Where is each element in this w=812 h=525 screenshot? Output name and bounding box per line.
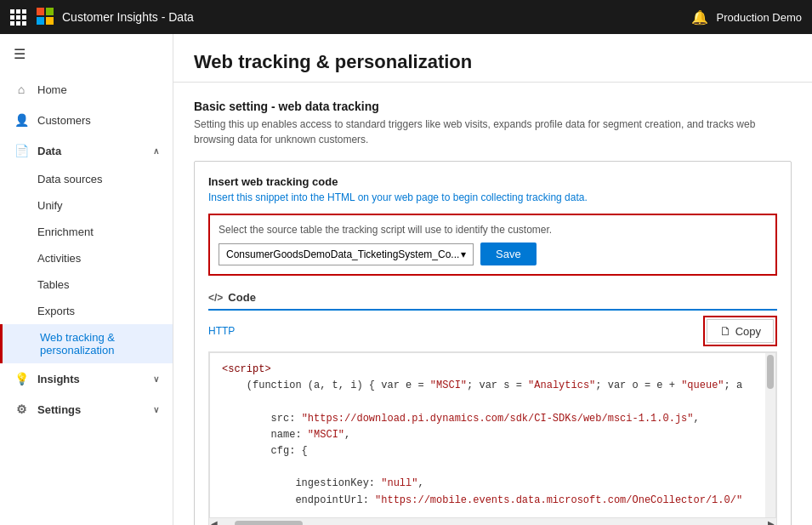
sidebar-item-activities[interactable]: Activities — [0, 245, 173, 271]
settings-icon: ⚙ — [14, 402, 29, 416]
source-table-dropdown[interactable]: ConsumerGoodsDemoData_TicketingSystem_Co… — [219, 243, 474, 265]
code-line: (function (a, t, i) { var e = "MSCI"; va… — [222, 378, 764, 394]
code-line: name: "MSCI", — [222, 427, 764, 443]
data-chevron-icon: ∧ — [153, 146, 159, 156]
code-tab-row: </> Code — [208, 286, 777, 311]
insights-icon: 💡 — [14, 372, 29, 385]
sidebar-group-settings[interactable]: ⚙ Settings ∨ — [0, 394, 173, 425]
topbar-right: 🔔 Production Demo — [691, 9, 802, 26]
svg-rect-1 — [46, 8, 54, 15]
code-line: src: "https://download.pi.dynamics.com/s… — [222, 411, 764, 427]
insights-chevron-icon: ∨ — [153, 374, 159, 384]
copy-label: Copy — [735, 325, 761, 338]
microsoft-logo — [37, 8, 54, 27]
main-content: Web tracking & personalization Basic set… — [173, 34, 812, 525]
code-section: </> Code HTTP 🗋 Copy — [208, 286, 777, 525]
sidebar-item-enrichment[interactable]: Enrichment — [0, 219, 173, 245]
select-save-row: ConsumerGoodsDemoData_TicketingSystem_Co… — [219, 243, 767, 265]
sidebar-group-data-label: Data — [37, 145, 61, 157]
sidebar-nav: ⌂ Home 👤 Customers 📄 Data ∧ Data sources… — [0, 74, 173, 525]
tracking-box: Insert web tracking code Insert this sni… — [194, 161, 792, 525]
sidebar-group-data[interactable]: 📄 Data ∧ — [0, 135, 173, 166]
app-title: Customer Insights - Data — [62, 10, 194, 24]
sidebar: ☰ ⌂ Home 👤 Customers 📄 Data ∧ Data sourc… — [0, 34, 173, 525]
scroll-left-arrow[interactable]: ◀ — [211, 519, 218, 525]
svg-rect-0 — [37, 8, 44, 15]
tracking-box-title: Insert web tracking code — [208, 175, 777, 188]
dropdown-value: ConsumerGoodsDemoData_TicketingSystem_Co… — [226, 248, 459, 260]
vertical-scrollbar-thumb — [767, 355, 774, 389]
code-line: ingestionKey: "null", — [222, 476, 764, 492]
user-label[interactable]: Production Demo — [717, 11, 802, 24]
vertical-scrollbar[interactable] — [765, 353, 775, 517]
waffle-icon[interactable] — [10, 9, 26, 26]
copy-button[interactable]: 🗋 Copy — [707, 319, 774, 343]
copy-icon: 🗋 — [719, 324, 731, 338]
enrichment-label: Enrichment — [37, 225, 94, 238]
http-label: HTTP — [208, 325, 235, 337]
code-toolbar: HTTP 🗋 Copy — [208, 311, 777, 352]
code-line — [222, 394, 764, 410]
web-tracking-label: Web tracking & personalization — [40, 331, 159, 357]
sidebar-item-customers-label: Customers — [37, 114, 91, 127]
sidebar-group-insights-label: Insights — [37, 373, 80, 385]
code-display: <script> (function (a, t, i) { var e = "… — [209, 353, 776, 518]
tracking-box-desc: Insert this snippet into the HTML on you… — [208, 191, 777, 203]
code-tab[interactable]: </> Code — [208, 286, 256, 309]
copy-button-wrapper: 🗋 Copy — [703, 316, 777, 346]
activities-label: Activities — [37, 252, 81, 265]
code-bracket-icon: </> — [208, 292, 223, 304]
customers-icon: 👤 — [14, 113, 29, 127]
svg-rect-3 — [46, 17, 54, 25]
bell-icon[interactable]: 🔔 — [691, 9, 708, 26]
page-header: Web tracking & personalization — [173, 34, 812, 83]
code-line: <script> — [222, 362, 764, 378]
code-line: cfg: { — [222, 443, 764, 459]
save-button[interactable]: Save — [480, 243, 537, 265]
exports-label: Exports — [37, 305, 75, 317]
sidebar-item-web-tracking[interactable]: Web tracking & personalization — [0, 324, 173, 363]
horizontal-scrollbar[interactable]: ◀ ▶ — [209, 518, 776, 525]
sidebar-item-customers[interactable]: 👤 Customers — [0, 105, 173, 135]
code-tab-label-text: Code — [228, 291, 256, 304]
page-title: Web tracking & personalization — [194, 51, 792, 73]
dropdown-chevron-icon: ▾ — [461, 248, 466, 260]
sidebar-item-tables[interactable]: Tables — [0, 271, 173, 298]
sidebar-item-unify[interactable]: Unify — [0, 192, 173, 219]
data-icon: 📄 — [14, 144, 29, 157]
code-line: endpointUrl: "https://mobile.events.data… — [222, 493, 764, 509]
sidebar-item-home[interactable]: ⌂ Home — [0, 74, 173, 105]
selection-label: Select the source table the tracking scr… — [219, 224, 767, 236]
sidebar-group-settings-label: Settings — [37, 403, 81, 416]
settings-chevron-icon: ∨ — [153, 405, 159, 414]
tables-label: Tables — [37, 278, 70, 291]
svg-rect-2 — [37, 17, 44, 25]
home-icon: ⌂ — [14, 83, 29, 96]
scroll-right-arrow[interactable]: ▶ — [768, 519, 775, 525]
hamburger-button[interactable]: ☰ — [0, 34, 173, 74]
section-desc: Setting this up enables access to standa… — [194, 117, 792, 147]
sidebar-group-insights[interactable]: 💡 Insights ∨ — [0, 363, 173, 394]
data-sources-label: Data sources — [37, 173, 103, 185]
code-line — [222, 459, 764, 476]
content-area: Basic setting - web data tracking Settin… — [173, 83, 812, 525]
sidebar-item-data-sources[interactable]: Data sources — [0, 166, 173, 192]
topbar: Customer Insights - Data 🔔 Production De… — [0, 0, 812, 34]
horizontal-scrollbar-thumb — [235, 521, 303, 525]
sidebar-item-exports[interactable]: Exports — [0, 298, 173, 324]
sidebar-item-home-label: Home — [37, 83, 67, 96]
section-title: Basic setting - web data tracking — [194, 100, 792, 113]
unify-label: Unify — [37, 199, 63, 212]
selection-area: Select the source table the tracking scr… — [208, 214, 777, 276]
